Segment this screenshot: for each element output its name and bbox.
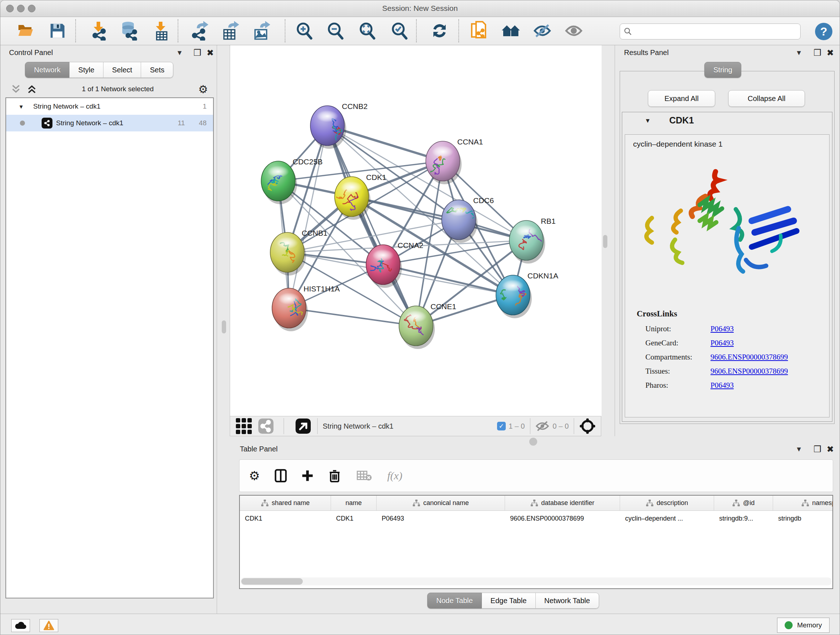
add-column-icon[interactable] [301, 469, 314, 482]
left-splitter-grip[interactable] [222, 320, 226, 333]
node-CDC6[interactable]: CDC6 [442, 196, 494, 243]
column-header-description[interactable]: description [620, 496, 714, 510]
copy-network-button[interactable] [469, 20, 489, 42]
table-cell[interactable]: stringdb [773, 511, 833, 526]
column-header-name[interactable]: name [331, 496, 377, 510]
birdseye-navigator-icon[interactable] [579, 418, 596, 434]
hide-selected-button[interactable] [532, 20, 553, 42]
control-panel-collapse-icon[interactable]: ▼ [176, 49, 183, 57]
table-panel-collapse-icon[interactable]: ▼ [796, 445, 802, 453]
import-network-database-button[interactable] [118, 20, 139, 42]
crosslink-value-link[interactable]: 9606.ENSP00000378699 [711, 367, 788, 376]
zoom-out-button[interactable] [325, 20, 346, 42]
node-RB1[interactable]: RB1 [509, 217, 556, 264]
import-network-file-button[interactable] [88, 20, 109, 42]
node-CCNE1[interactable]: CCNE1 [399, 302, 456, 349]
tab-edge-table[interactable]: Edge Table [482, 593, 536, 608]
import-table-file-button[interactable] [150, 20, 172, 42]
crosslink-value-link[interactable]: P06493 [711, 325, 734, 333]
edge-CCNB2-HIST1H1A[interactable] [289, 126, 327, 308]
tab-network[interactable]: Network [25, 62, 69, 78]
edge-HIST1H1A-CCNE1[interactable] [289, 308, 416, 326]
horizontal-splitter-grip[interactable] [529, 438, 537, 446]
collapse-all-icon[interactable] [11, 84, 21, 94]
table-horizontal-scrollbar[interactable] [240, 578, 832, 585]
table-cell[interactable]: P06493 [377, 511, 505, 526]
toolbar-search[interactable] [620, 24, 801, 40]
node-CCNA1[interactable]: CCNA1 [426, 138, 483, 184]
table-panel-close-icon[interactable]: ✖ [827, 444, 834, 454]
crosslink-value-link[interactable]: 9606.ENSP00000378699 [711, 353, 788, 362]
node-CCNB2[interactable]: CCNB2 [310, 102, 368, 149]
tab-node-table[interactable]: Node Table [427, 593, 482, 608]
memory-button[interactable]: Memory [777, 618, 829, 633]
table-options-gear-icon[interactable]: ⚙ [249, 469, 260, 483]
home-button[interactable] [500, 20, 521, 42]
control-panel-close-icon[interactable]: ✖ [207, 48, 214, 58]
show-all-button[interactable] [564, 20, 584, 42]
help-button[interactable]: ? [815, 23, 832, 40]
export-network-button[interactable] [189, 20, 210, 42]
tab-select[interactable]: Select [103, 62, 141, 78]
right-splitter-grip[interactable] [603, 235, 607, 248]
toolbar-separator [75, 19, 76, 42]
table-cell[interactable]: CDK1 [331, 511, 377, 526]
warning-status-button[interactable] [39, 619, 58, 632]
crosslink-value-link[interactable]: P06493 [711, 339, 734, 348]
apply-layout-button[interactable] [429, 20, 450, 42]
table-cell[interactable]: 9606.ENSP00000378699 [505, 511, 620, 526]
network-row-selected[interactable]: String Network – cdk1 11 48 [6, 115, 213, 131]
grid-view-icon[interactable] [235, 417, 253, 435]
gene-collapse-icon[interactable]: ▼ [645, 117, 651, 125]
open-session-button[interactable] [15, 20, 36, 42]
export-image-button[interactable] [251, 20, 272, 42]
scrollbar-thumb[interactable] [241, 578, 303, 585]
table-row[interactable]: CDK1CDK1P064939606.ENSP00000378699cyclin… [240, 511, 832, 526]
column-header-database-identifier[interactable]: database identifier [505, 496, 620, 510]
delete-column-trash-icon[interactable] [328, 469, 341, 483]
hidden-eye-slash-icon[interactable] [535, 420, 550, 432]
tab-style[interactable]: Style [69, 62, 103, 78]
edge-CCNB2-CCNE1[interactable] [327, 126, 416, 326]
export-table-button[interactable] [220, 20, 241, 42]
column-header-canonical-name[interactable]: canonical name [377, 496, 505, 510]
results-panel-collapse-icon[interactable]: ▼ [796, 49, 802, 57]
expand-all-button[interactable]: Expand All [648, 90, 715, 107]
tab-network-table[interactable]: Network Table [536, 593, 599, 608]
network-canvas[interactable]: CCNB2CCNA1CDC25BCDK1CDC6RB1CCNB1CCNA2CDK… [230, 45, 602, 416]
table-panel-float-icon[interactable]: ❒ [813, 444, 821, 454]
zoom-fit-button[interactable] [357, 20, 378, 42]
node-HIST1H1A[interactable]: HIST1H1A [272, 285, 340, 331]
results-panel-float-icon[interactable]: ❒ [813, 48, 821, 58]
column-header-shared-name[interactable]: shared name [240, 496, 331, 510]
expand-all-icon[interactable] [27, 84, 37, 94]
results-panel-close-icon[interactable]: ✖ [827, 48, 834, 58]
network-collection-row[interactable]: ▼ String Network – cdk1 1 [6, 98, 213, 115]
edge-CDK1-RB1[interactable] [352, 196, 526, 241]
crosslink-value-link[interactable]: P06493 [711, 381, 734, 390]
zoom-selected-button[interactable] [389, 20, 410, 42]
tab-string[interactable]: String [704, 62, 741, 78]
network-share-icon[interactable] [258, 418, 273, 434]
selected-checkbox-icon[interactable]: ✓ [497, 422, 506, 431]
column-header--id[interactable]: @id [714, 496, 773, 510]
show-columns-icon[interactable] [274, 469, 287, 483]
zoom-in-button[interactable] [294, 20, 315, 42]
tree-expand-icon[interactable]: ▼ [19, 103, 24, 110]
node-CDKN1A[interactable]: CDKN1A [496, 272, 558, 318]
tab-sets[interactable]: Sets [141, 62, 173, 78]
search-input[interactable] [635, 27, 797, 36]
control-panel-float-icon[interactable]: ❒ [194, 48, 202, 58]
table-cell[interactable]: CDK1 [240, 511, 331, 526]
network-options-gear-icon[interactable]: ⚙ [198, 83, 208, 96]
cloud-status-button[interactable] [11, 619, 30, 632]
collapse-all-button[interactable]: Collapse All [728, 90, 805, 107]
toolbar-separator [416, 19, 417, 42]
save-session-button[interactable] [47, 20, 68, 42]
column-header-namespace[interactable]: namespace [773, 496, 833, 510]
table-cell[interactable]: stringdb:9... [714, 511, 773, 526]
node-CCNB1[interactable]: CCNB1 [270, 229, 327, 276]
open-in-new-window-icon[interactable] [295, 418, 311, 434]
node-CCNA2[interactable]: CCNA2 [366, 241, 423, 288]
table-cell[interactable]: cyclin–dependent ... [620, 511, 714, 526]
